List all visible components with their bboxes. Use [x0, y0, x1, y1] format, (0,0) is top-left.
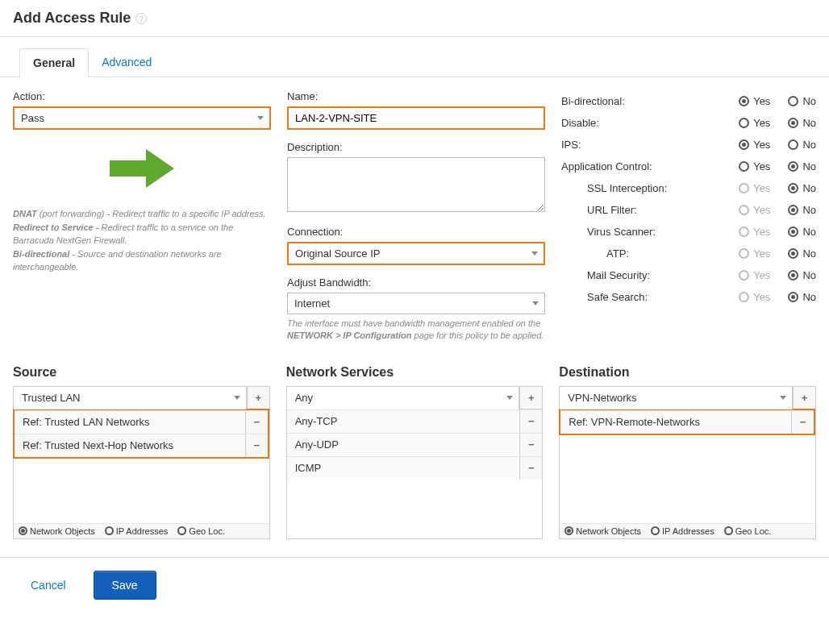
option-label: Safe Search:: [587, 291, 739, 303]
source-item[interactable]: Ref: Trusted Next-Hop Networks: [15, 434, 245, 457]
source-select[interactable]: Trusted LAN: [14, 387, 247, 409]
radio-icon: [739, 292, 749, 302]
radio-icon: [788, 118, 798, 128]
radio-icon: [739, 270, 749, 280]
option-label: SSL Interception:: [587, 182, 739, 194]
option-row: Bi-directional:YesNo: [561, 90, 816, 112]
connection-select[interactable]: Original Source IP: [287, 242, 545, 265]
connection-value: Original Source IP: [295, 247, 381, 260]
radio-no[interactable]: No: [788, 204, 816, 216]
radio-icon: [739, 139, 749, 150]
source-segment: Network Objects IP Addresses Geo Loc.: [14, 523, 269, 538]
name-input[interactable]: [287, 106, 545, 130]
destination-segment: Network Objects IP Addresses Geo Loc.: [560, 523, 815, 538]
radio-yes[interactable]: Yes: [739, 117, 770, 129]
radio-no[interactable]: No: [788, 160, 816, 172]
source-seg-network-objects[interactable]: Network Objects: [19, 526, 95, 536]
radio-no[interactable]: No: [788, 247, 816, 260]
svg-marker-0: [110, 149, 174, 188]
service-remove-button[interactable]: −: [519, 434, 542, 456]
services-select[interactable]: Any: [287, 387, 520, 409]
source-items-highlight: Ref: Trusted LAN Networks − Ref: Trusted…: [13, 409, 269, 459]
radio-icon: [739, 96, 749, 106]
tab-advanced[interactable]: Advanced: [89, 48, 165, 77]
radio-yes: Yes: [739, 247, 770, 260]
bandwidth-label: Adjust Bandwidth:: [287, 276, 545, 289]
service-item[interactable]: Any-TCP: [287, 410, 520, 433]
arrow-icon: [106, 146, 178, 191]
source-seg-geo-loc[interactable]: Geo Loc.: [177, 526, 225, 536]
page-title: Add Access Rule: [13, 10, 131, 27]
service-remove-button[interactable]: −: [519, 410, 542, 433]
option-label: Mail Security:: [587, 269, 739, 281]
radio-icon: [788, 226, 798, 237]
radio-no[interactable]: No: [788, 95, 816, 107]
save-button[interactable]: Save: [94, 571, 156, 600]
action-select[interactable]: Pass: [13, 106, 271, 130]
destination-select[interactable]: VPN-Networks: [560, 387, 793, 409]
dest-seg-geo-loc[interactable]: Geo Loc.: [724, 526, 772, 536]
tabs: General Advanced: [0, 37, 829, 77]
cancel-button[interactable]: Cancel: [13, 571, 84, 600]
chevron-down-icon: [233, 394, 241, 402]
option-label: URL Filter:: [587, 204, 739, 216]
service-item[interactable]: Any-UDP: [287, 434, 520, 456]
footer: Cancel Save: [0, 557, 829, 613]
option-row: IPS:YesNo: [561, 134, 816, 156]
connection-label: Connection:: [287, 226, 545, 238]
source-title: Source: [13, 365, 270, 380]
service-item[interactable]: ICMP: [287, 457, 520, 480]
tab-general[interactable]: General: [19, 48, 89, 77]
radio-icon: [739, 183, 749, 193]
option-label: ATP:: [606, 247, 739, 260]
option-label: Application Control:: [561, 160, 739, 172]
bandwidth-select[interactable]: Internet: [287, 293, 545, 314]
action-value: Pass: [21, 112, 44, 124]
source-remove-button[interactable]: −: [245, 411, 268, 434]
source-seg-ip-addresses[interactable]: IP Addresses: [105, 526, 169, 536]
radio-no[interactable]: No: [788, 226, 816, 238]
radio-icon: [739, 161, 749, 172]
radio-icon: [788, 96, 798, 106]
radio-yes: Yes: [739, 204, 770, 216]
source-item[interactable]: Ref: Trusted LAN Networks: [15, 411, 245, 434]
radio-yes[interactable]: Yes: [739, 139, 770, 151]
description-label: Description:: [287, 141, 545, 153]
radio-no[interactable]: No: [788, 182, 816, 194]
description-input[interactable]: [287, 157, 545, 212]
dest-seg-network-objects[interactable]: Network Objects: [564, 526, 641, 536]
option-label: Bi-directional:: [561, 95, 739, 107]
source-add-button[interactable]: +: [247, 387, 269, 409]
radio-no[interactable]: No: [788, 269, 816, 281]
chevron-down-icon: [506, 394, 514, 402]
radio-icon: [788, 161, 798, 172]
services-add-button[interactable]: +: [519, 387, 542, 409]
dest-seg-ip-addresses[interactable]: IP Addresses: [651, 526, 714, 536]
source-remove-button[interactable]: −: [245, 434, 268, 457]
option-row: Mail Security:YesNo: [561, 264, 816, 286]
service-remove-button[interactable]: −: [519, 457, 542, 480]
action-hints: DNAT (port forwarding) - Redirect traffi…: [13, 207, 271, 274]
pass-arrow-graphic: [13, 146, 271, 191]
radio-no[interactable]: No: [788, 139, 816, 151]
destination-add-button[interactable]: +: [793, 387, 815, 409]
radio-icon: [739, 226, 749, 237]
radio-yes[interactable]: Yes: [739, 160, 770, 172]
name-label: Name:: [287, 90, 545, 102]
radio-no[interactable]: No: [788, 291, 816, 303]
source-panel: Trusted LAN + Ref: Trusted LAN Networks …: [13, 386, 270, 539]
destination-remove-button[interactable]: −: [791, 411, 814, 434]
option-label: Virus Scanner:: [587, 226, 739, 238]
help-icon[interactable]: ?: [135, 13, 147, 24]
action-label: Action:: [13, 90, 271, 102]
radio-no[interactable]: No: [788, 117, 816, 129]
option-row: ATP:YesNo: [561, 243, 816, 264]
radio-icon: [788, 183, 798, 193]
radio-icon: [788, 270, 798, 280]
radio-icon: [788, 248, 798, 259]
destination-item[interactable]: Ref: VPN-Remote-Networks: [560, 411, 791, 434]
radio-yes: Yes: [739, 226, 770, 238]
option-label: Disable:: [561, 117, 739, 129]
bandwidth-value: Internet: [294, 297, 330, 310]
radio-yes[interactable]: Yes: [739, 95, 770, 107]
